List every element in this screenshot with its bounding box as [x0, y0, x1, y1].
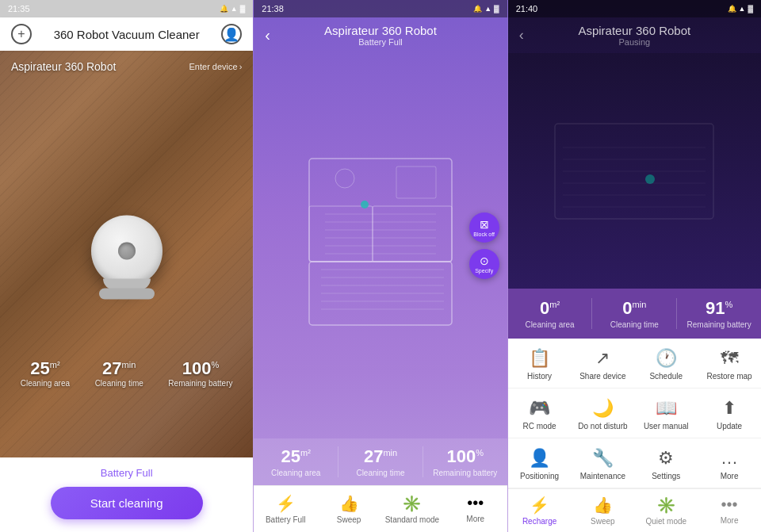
p3-cleaning-area: 0m² Cleaning area [508, 298, 593, 329]
tab-recharge[interactable]: ⚡ Recharge [508, 496, 572, 526]
menu-share-device[interactable]: ↗ Share device [571, 339, 634, 388]
menu-rc-mode[interactable]: 🎮 RC mode [508, 388, 572, 438]
p3-battery: 91% Remaining battery [677, 298, 761, 329]
tab-sweep[interactable]: 👍 Sweep [317, 494, 380, 524]
svg-rect-1 [309, 206, 373, 262]
user-button[interactable]: 👤 [221, 24, 242, 44]
device-card: Aspirateur 360 Robot Enter device › 25m²… [0, 51, 253, 457]
menu-settings[interactable]: ⚙ Settings [634, 438, 698, 488]
sweep-label-p3: Sweep [591, 517, 615, 526]
menu-maintenance[interactable]: 🔧 Maintenance [571, 438, 634, 488]
time-2: 21:38 [262, 4, 284, 13]
status-icons-2: 🔔 ▲ ▓ [473, 5, 499, 13]
share-label: Share device [579, 372, 625, 381]
add-button[interactable]: + [11, 24, 32, 44]
do-not-disturb-label: Do not disturb [578, 422, 627, 431]
block-off-label: Block off [473, 232, 495, 237]
more-icon-p2: ••• [467, 494, 484, 512]
status-icons-1: 🔔 ▲ ▓ [220, 5, 245, 13]
more-label-p3: More [721, 516, 739, 525]
specify-label: Specify [475, 268, 493, 274]
specify-button[interactable]: ⊙ Specify [469, 249, 499, 279]
p3-header: ‹ Aspirateur 360 Robot Pausing [508, 17, 761, 53]
fab-group: ⊠ Block off ⊙ Specify [469, 212, 499, 279]
p2-cleaning-time: 27min Cleaning time [338, 446, 423, 477]
battery-icon-2: ▓ [494, 5, 499, 13]
standard-mode-icon: ✳️ [402, 494, 422, 513]
p3-title: Aspirateur 360 Robot [578, 24, 690, 37]
panel-3: 21:40 🔔 ▲ ▓ ‹ Aspirateur 360 Robot Pausi… [508, 0, 761, 532]
p3-cleaning-time-value: 0min [592, 298, 676, 319]
svg-rect-0 [309, 159, 452, 262]
cleaning-area-stat: 25m² Cleaning area [21, 360, 70, 388]
cleaning-time-label: Cleaning time [95, 379, 143, 388]
menu-positioning[interactable]: 👤 Positioning [508, 438, 572, 488]
block-off-icon: ⊠ [480, 218, 489, 231]
p2-back-button[interactable]: ‹ [265, 26, 270, 44]
menu-user-manual[interactable]: 📖 User manual [634, 388, 698, 438]
more-icon-p3: ••• [721, 496, 738, 514]
p3-map-area[interactable] [508, 53, 761, 289]
p3-title-wrap: Aspirateur 360 Robot Pausing [578, 24, 690, 47]
rc-mode-label: RC mode [522, 422, 556, 431]
p2-cleaning-area: 25m² Cleaning area [254, 446, 338, 477]
restore-map-label: Restore map [706, 372, 751, 381]
chevron-right-icon: › [239, 62, 243, 71]
schedule-icon: 🕐 [656, 348, 677, 369]
update-icon: ⬆ [722, 398, 736, 419]
menu-restore-map[interactable]: 🗺 Restore map [698, 339, 761, 388]
battery-value: 100% [168, 360, 232, 377]
p3-battery-value: 91% [677, 298, 761, 319]
notif-icon: 🔔 [220, 5, 228, 13]
robot-image [91, 215, 163, 286]
panel-2: 21:38 🔔 ▲ ▓ ‹ Aspirateur 360 Robot Batte… [253, 0, 507, 532]
battery-full-icon: ⚡ [276, 494, 296, 513]
schedule-label: Schedule [649, 372, 683, 381]
start-cleaning-button[interactable]: Start cleaning [51, 487, 203, 519]
maintenance-icon: 🔧 [592, 448, 614, 469]
status-icons-3: 🔔 ▲ ▓ [728, 5, 753, 13]
battery-status-text: Battery Full [101, 467, 153, 479]
more-dots-icon: … [721, 448, 738, 469]
p3-bottom-tabs: ⚡ Recharge 👍 Sweep ✳️ Quiet mode ••• Mor… [508, 488, 761, 532]
tab-sweep-p3[interactable]: 👍 Sweep [571, 496, 634, 526]
tab-quiet-mode[interactable]: ✳️ Quiet mode [634, 496, 698, 526]
p2-cleaning-time-label: Cleaning time [338, 469, 423, 477]
battery-full-label: Battery Full [266, 515, 306, 524]
p3-subtitle: Pausing [578, 37, 690, 47]
status-bar-1: 21:35 🔔 ▲ ▓ [0, 0, 253, 17]
cleaning-area-value: 25m² [21, 360, 70, 377]
quiet-mode-icon: ✳️ [656, 496, 676, 515]
recharge-label: Recharge [522, 517, 556, 526]
p2-bottom-tabs: ⚡ Battery Full 👍 Sweep ✳️ Standard mode … [254, 485, 507, 532]
share-icon: ↗ [595, 348, 610, 369]
menu-more[interactable]: … More [698, 438, 761, 488]
menu-schedule[interactable]: 🕐 Schedule [634, 339, 698, 388]
menu-history[interactable]: 📋 History [508, 339, 572, 388]
p3-cleaning-time: 0min Cleaning time [592, 298, 677, 329]
map-container [277, 135, 484, 357]
rc-mode-icon: 🎮 [529, 398, 550, 419]
block-off-button[interactable]: ⊠ Block off [469, 212, 499, 243]
quiet-mode-label: Quiet mode [645, 517, 686, 526]
sweep-icon: 👍 [339, 494, 359, 513]
tab-more-p3[interactable]: ••• More [698, 496, 761, 526]
p3-map-svg [547, 116, 721, 227]
wifi-icon: ▲ [231, 5, 238, 13]
tab-battery-full[interactable]: ⚡ Battery Full [254, 494, 317, 524]
menu-update[interactable]: ⬆ Update [698, 388, 761, 438]
svg-point-5 [335, 169, 354, 188]
tab-standard-mode[interactable]: ✳️ Standard mode [380, 494, 444, 524]
p2-header: ‹ Aspirateur 360 Robot Battery Full [254, 17, 507, 53]
p3-cleaning-area-label: Cleaning area [508, 320, 592, 329]
tab-more-p2[interactable]: ••• More [444, 494, 507, 524]
p1-stats: 25m² Cleaning area 27min Cleaning time 1… [0, 354, 253, 394]
p2-map-area[interactable]: ⊠ Block off ⊙ Specify [254, 53, 507, 438]
p3-back-button[interactable]: ‹ [519, 27, 524, 44]
more-label-p2: More [466, 515, 484, 523]
positioning-label: Positioning [520, 472, 559, 481]
status-bar-2: 21:38 🔔 ▲ ▓ [254, 0, 507, 17]
menu-do-not-disturb[interactable]: 🌙 Do not disturb [571, 388, 634, 438]
p2-stats-bar: 25m² Cleaning area 27min Cleaning time 1… [254, 438, 507, 485]
enter-device-button[interactable]: Enter device › [189, 62, 243, 71]
